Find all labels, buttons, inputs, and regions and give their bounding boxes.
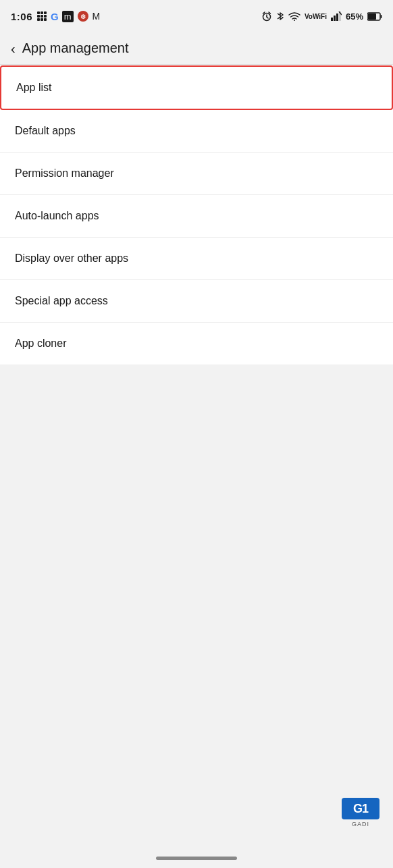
svg-rect-1 bbox=[41, 11, 43, 14]
svg-line-15 bbox=[269, 12, 271, 13]
svg-rect-8 bbox=[44, 18, 47, 21]
page-title: App management bbox=[22, 40, 129, 56]
status-time: 1:06 bbox=[11, 11, 32, 22]
signal-icon bbox=[331, 11, 342, 21]
svg-line-13 bbox=[267, 17, 268, 18]
back-button[interactable]: ‹ bbox=[11, 42, 16, 55]
message-icon: m bbox=[62, 11, 74, 22]
home-indicator bbox=[156, 857, 237, 860]
menu-item-auto-launch-apps[interactable]: Auto-launch apps bbox=[0, 195, 393, 238]
status-bar-right: VoWiFi 65% bbox=[261, 11, 382, 22]
svg-rect-18 bbox=[334, 16, 336, 21]
status-bar-left: 1:06 G m ⚙ bbox=[11, 10, 100, 22]
svg-text:⚙: ⚙ bbox=[80, 13, 86, 20]
svg-rect-7 bbox=[41, 18, 43, 21]
menu-item-label-auto-launch-apps: Auto-launch apps bbox=[15, 210, 99, 221]
watermark-text: GADI bbox=[352, 821, 369, 828]
svg-rect-17 bbox=[331, 18, 333, 21]
battery-icon bbox=[367, 12, 382, 21]
menu-list: App listDefault appsPermission managerAu… bbox=[0, 65, 393, 364]
header: ‹ App management bbox=[0, 32, 393, 65]
battery-percent: 65% bbox=[346, 11, 363, 22]
svg-rect-19 bbox=[336, 13, 338, 21]
app-icon: ⚙ bbox=[77, 10, 89, 22]
svg-rect-6 bbox=[37, 18, 40, 21]
svg-rect-5 bbox=[44, 15, 47, 18]
menu-item-label-permission-manager: Permission manager bbox=[15, 167, 114, 179]
alarm-icon bbox=[261, 11, 272, 22]
svg-rect-23 bbox=[368, 13, 376, 20]
status-bar: 1:06 G m ⚙ bbox=[0, 0, 393, 32]
svg-point-16 bbox=[294, 20, 295, 21]
status-icons-left: G m ⚙ M bbox=[36, 10, 100, 22]
watermark-logo bbox=[342, 798, 379, 819]
menu-item-default-apps[interactable]: Default apps bbox=[0, 110, 393, 153]
google-icon: G bbox=[51, 11, 59, 22]
menu-item-display-over-other-apps[interactable]: Display over other apps bbox=[0, 238, 393, 280]
svg-rect-3 bbox=[37, 15, 40, 18]
menu-item-label-special-app-access: Special app access bbox=[15, 295, 108, 306]
bluetooth-icon bbox=[276, 11, 284, 22]
menu-item-label-app-cloner: App cloner bbox=[15, 337, 67, 349]
menu-item-label-app-list: App list bbox=[16, 82, 51, 93]
menu-item-label-default-apps: Default apps bbox=[15, 125, 76, 136]
svg-rect-4 bbox=[41, 15, 43, 18]
watermark: GADI bbox=[339, 798, 382, 828]
vowifi-icon: VoWiFi bbox=[305, 13, 327, 20]
svg-rect-0 bbox=[37, 11, 40, 14]
svg-line-14 bbox=[263, 12, 265, 13]
gmail-icon: M bbox=[93, 11, 101, 22]
menu-item-app-list[interactable]: App list bbox=[0, 65, 393, 110]
grid-icon bbox=[36, 11, 47, 22]
wifi-icon bbox=[288, 11, 300, 21]
menu-item-app-cloner[interactable]: App cloner bbox=[0, 323, 393, 364]
menu-item-label-display-over-other-apps: Display over other apps bbox=[15, 252, 128, 264]
menu-item-permission-manager[interactable]: Permission manager bbox=[0, 153, 393, 195]
svg-rect-24 bbox=[381, 15, 382, 18]
svg-rect-2 bbox=[44, 11, 47, 14]
menu-item-special-app-access[interactable]: Special app access bbox=[0, 280, 393, 323]
